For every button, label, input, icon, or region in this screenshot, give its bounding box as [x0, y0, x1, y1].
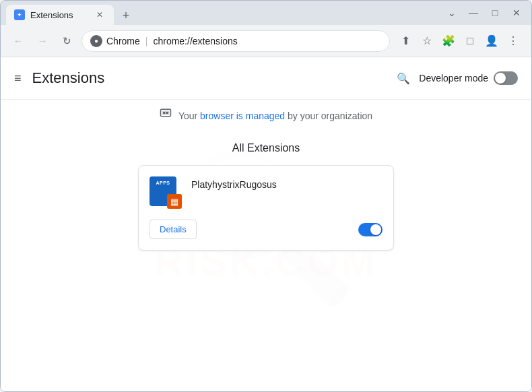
- share-icon[interactable]: ⬆: [395, 31, 415, 51]
- url-separator: |: [145, 36, 148, 46]
- profile-icon[interactable]: 👤: [481, 31, 502, 51]
- tab-close-button[interactable]: ✕: [94, 9, 106, 21]
- content-area: 🔍 RISK.COM ≡ Extensions 🔍 Developer mode: [1, 57, 531, 391]
- reload-button[interactable]: ↻: [57, 32, 76, 51]
- maximize-button[interactable]: □: [486, 3, 504, 22]
- managed-notice: Your browser is managed by your organiza…: [1, 100, 531, 131]
- browser-window: Extensions ✕ + ⌄ — □ ✕ ← → ↻ ● Chrome | …: [0, 0, 532, 392]
- menu-icon[interactable]: ⋮: [503, 31, 523, 51]
- tab-area: Extensions ✕ +: [6, 1, 437, 25]
- new-tab-button[interactable]: +: [117, 6, 135, 25]
- minimize-button[interactable]: —: [464, 3, 483, 22]
- developer-mode-toggle[interactable]: [494, 71, 518, 85]
- search-icon[interactable]: 🔍: [393, 68, 413, 88]
- managed-text-before: Your: [178, 110, 200, 121]
- extension-enable-toggle[interactable]: [358, 223, 383, 236]
- bookmark-icon[interactable]: ☆: [417, 31, 437, 51]
- extension-icon: [149, 176, 182, 209]
- tab-favicon: [14, 9, 25, 20]
- extensions-page: 🔍 RISK.COM ≡ Extensions 🔍 Developer mode: [1, 57, 531, 391]
- section-title: All Extensions: [14, 142, 518, 154]
- managed-text-after: by your organization: [285, 110, 372, 121]
- page-title: Extensions: [32, 69, 394, 87]
- title-bar: Extensions ✕ + ⌄ — □ ✕: [1, 1, 531, 25]
- active-tab[interactable]: Extensions ✕: [6, 5, 114, 25]
- developer-mode-area: 🔍 Developer mode: [393, 68, 518, 88]
- chrome-label: Chrome: [106, 36, 140, 46]
- url-text: chrome://extensions: [153, 36, 237, 46]
- extension-card-footer: Details: [149, 220, 383, 239]
- managed-notice-text: Your browser is managed by your organiza…: [178, 110, 372, 121]
- chrome-labs-icon[interactable]: □: [460, 31, 480, 51]
- window-controls: ⌄ — □ ✕: [442, 3, 526, 22]
- all-extensions-section: All Extensions PlatyhystrixRugosus Detai…: [1, 131, 531, 261]
- back-button[interactable]: ←: [9, 32, 28, 51]
- forward-button[interactable]: →: [33, 32, 52, 51]
- sidebar-menu-icon[interactable]: ≡: [14, 71, 22, 86]
- extension-name: PlatyhystrixRugosus: [191, 176, 277, 190]
- address-bar[interactable]: ● Chrome | chrome://extensions: [81, 30, 390, 52]
- tab-label: Extensions: [30, 10, 73, 20]
- extensions-header: ≡ Extensions 🔍 Developer mode: [1, 57, 531, 100]
- chevron-down-button[interactable]: ⌄: [442, 3, 461, 22]
- extension-card-header: PlatyhystrixRugosus: [149, 176, 383, 209]
- svg-rect-2: [163, 112, 165, 114]
- browser-managed-link[interactable]: browser is managed: [200, 110, 285, 121]
- extension-card: PlatyhystrixRugosus Details: [138, 165, 394, 251]
- developer-mode-label: Developer mode: [419, 73, 488, 84]
- site-icon: ●: [90, 35, 102, 47]
- toolbar-actions: ⬆ ☆ 🧩 □ 👤 ⋮: [395, 31, 523, 51]
- svg-rect-3: [166, 112, 168, 114]
- managed-icon: [160, 108, 172, 123]
- details-button[interactable]: Details: [149, 220, 197, 239]
- extensions-icon[interactable]: 🧩: [438, 31, 459, 51]
- browser-toolbar: ← → ↻ ● Chrome | chrome://extensions ⬆ ☆…: [1, 25, 531, 57]
- extension-icon-overlay: [167, 194, 182, 209]
- close-button[interactable]: ✕: [507, 3, 526, 22]
